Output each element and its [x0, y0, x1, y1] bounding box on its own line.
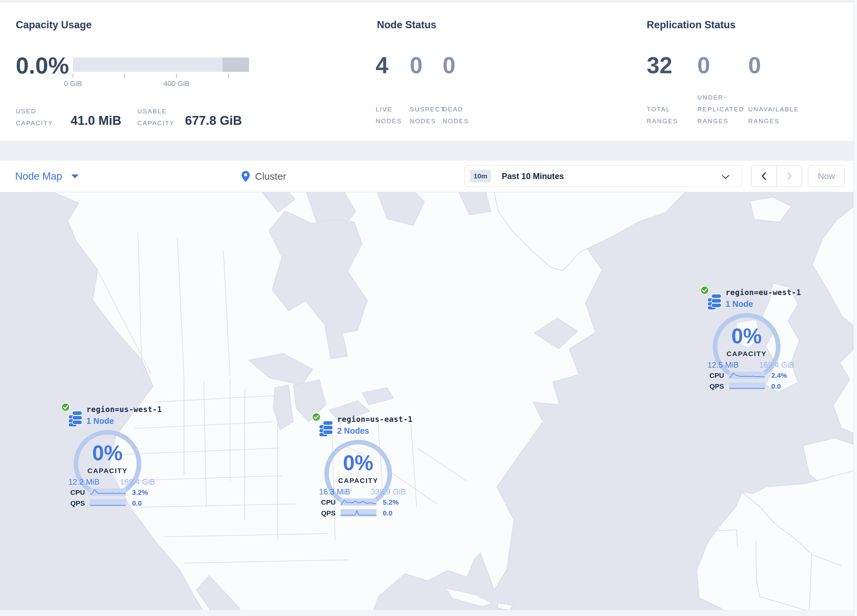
capacity-tick-label-0: 0 GiB — [57, 80, 90, 88]
time-range-dropdown[interactable]: 10m Past 10 Minutes — [465, 165, 742, 187]
capacity-percent: 0% — [71, 443, 144, 463]
database-stack-icon — [319, 420, 333, 437]
prev-time-button[interactable] — [752, 165, 777, 187]
view-selector-dropdown[interactable]: Node Map — [15, 161, 79, 192]
qps-value: 0.0 — [132, 499, 142, 507]
total-capacity: 169.4 GiB — [99, 477, 155, 486]
map-toolbar: Node Map Cluster 10m Past 10 Minutes Now — [0, 161, 857, 192]
capacity-bar — [73, 57, 249, 72]
live-nodes-label: LIVE NODES — [376, 103, 412, 127]
node-map[interactable]: region=us-west-1 1 Node 0% CAPACITY 12.2… — [0, 192, 857, 616]
node-status-title: Node Status — [377, 19, 436, 31]
capacity-bar-segment — [223, 57, 249, 72]
usable-capacity-label: USABLE CAPACITY — [138, 105, 183, 129]
cpu-value: 5.2% — [383, 499, 399, 506]
node-marker[interactable]: region=us-east-1 2 Nodes 0% CAPACITY 16.… — [300, 412, 413, 526]
region-label: region=eu-west-1 — [726, 288, 801, 296]
cpu-label: CPU — [70, 488, 85, 496]
cpu-sparkline — [729, 372, 765, 379]
scrollbar-track[interactable] — [853, 0, 857, 616]
unavailable-label: UNAVAILABLE RANGES — [748, 103, 809, 127]
capacity-caption: CAPACITY — [710, 350, 783, 358]
capacity-percent: 0% — [710, 326, 783, 347]
qps-label: QPS — [710, 383, 724, 390]
capacity-caption: CAPACITY — [71, 467, 144, 475]
time-pager — [751, 165, 802, 187]
qps-label: QPS — [321, 509, 336, 517]
total-ranges-value: 32 — [647, 54, 672, 77]
breadcrumb[interactable]: Cluster — [241, 161, 286, 192]
qps-sparkline — [90, 499, 126, 506]
suspect-nodes-value: 0 — [410, 54, 422, 77]
capacity-tick-label-400: 400 GiB — [157, 80, 196, 88]
caret-down-icon — [71, 174, 79, 178]
qps-value: 0.0 — [383, 509, 392, 517]
cpu-sparkline — [90, 488, 126, 496]
live-nodes-value: 4 — [376, 54, 388, 77]
total-ranges-label: TOTAL RANGES — [647, 103, 689, 127]
capacity-tick — [176, 74, 177, 78]
capacity-tick — [228, 74, 229, 78]
view-selector-label: Node Map — [15, 170, 62, 182]
under-replicated-value: 0 — [697, 54, 710, 77]
dead-nodes-label: DEAD NODES — [442, 103, 479, 127]
qps-sparkline — [340, 509, 377, 516]
capacity-percent: 0% — [322, 452, 394, 473]
now-button[interactable]: Now — [808, 165, 845, 187]
chevron-down-icon — [722, 175, 730, 179]
cpu-value: 2.4% — [771, 372, 787, 380]
total-capacity: 169.4 GiB — [738, 360, 794, 370]
capacity-tick — [124, 74, 125, 78]
cpu-label: CPU — [321, 499, 336, 506]
used-capacity-value: 41.0 MiB — [71, 114, 121, 128]
chevron-left-icon — [760, 171, 768, 181]
unavailable-value: 0 — [748, 54, 761, 77]
total-capacity: 338.9 GiB — [349, 487, 406, 496]
capacity-usage-title: Capacity Usage — [16, 19, 92, 31]
node-marker[interactable]: region=eu-west-1 1 Node 0% CAPACITY 12.5… — [688, 286, 802, 399]
database-stack-icon — [707, 293, 722, 310]
capacity-percent: 0.0% — [16, 54, 69, 77]
node-marker[interactable]: region=us-west-1 1 Node 0% CAPACITY 12.2… — [49, 403, 162, 516]
used-capacity: 12.2 MiB — [68, 477, 99, 486]
cpu-label: CPU — [710, 372, 724, 380]
node-count-link[interactable]: 1 Node — [87, 416, 114, 426]
used-capacity: 12.5 MiB — [707, 360, 739, 370]
replication-status-title: Replication Status — [647, 19, 735, 31]
region-label: region=us-east-1 — [337, 415, 413, 423]
node-count-link[interactable]: 1 Node — [726, 299, 753, 309]
map-footer-strip — [0, 610, 857, 616]
used-capacity-label: USED CAPACITY — [16, 105, 59, 129]
region-label: region=us-west-1 — [87, 405, 162, 414]
under-replicated-label: UNDER-REPLICATED RANGES — [697, 92, 755, 127]
database-stack-icon — [68, 410, 82, 428]
time-range-label: Past 10 Minutes — [502, 171, 564, 181]
node-count-link[interactable]: 2 Nodes — [337, 426, 369, 435]
map-pin-icon — [241, 171, 250, 182]
breadcrumb-label: Cluster — [255, 171, 286, 182]
usable-capacity-value: 677.8 GiB — [185, 114, 242, 128]
next-time-button[interactable] — [777, 165, 802, 187]
cpu-sparkline — [340, 499, 377, 506]
qps-sparkline — [729, 383, 765, 390]
capacity-caption: CAPACITY — [322, 477, 394, 485]
qps-label: QPS — [70, 499, 85, 507]
time-range-badge: 10m — [470, 170, 491, 182]
capacity-tick — [73, 74, 73, 78]
dead-nodes-value: 0 — [442, 54, 455, 77]
chevron-right-icon — [785, 171, 793, 181]
cluster-summary-panel: Capacity Usage 0.0% 0 GiB 400 GiB USED C… — [0, 3, 857, 141]
cpu-value: 3.2% — [132, 488, 148, 496]
used-capacity: 16.3 MiB — [319, 487, 350, 496]
qps-value: 0.0 — [771, 383, 781, 390]
